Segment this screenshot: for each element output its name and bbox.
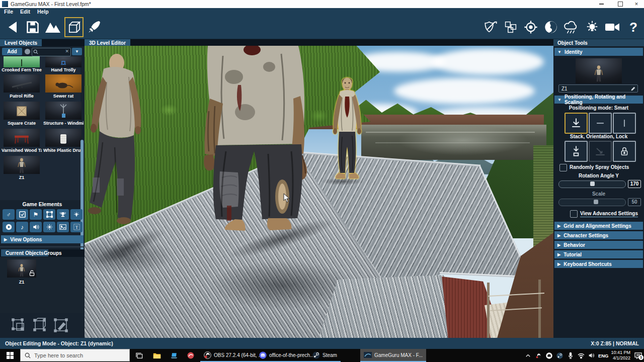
view-options-header[interactable]: ▶View Options	[1, 235, 84, 243]
red-app-button[interactable]	[183, 349, 198, 362]
target-settings-button[interactable]	[521, 17, 540, 37]
stack-button[interactable]	[565, 141, 588, 162]
camera-button[interactable]	[603, 17, 622, 37]
element-particle-button[interactable]	[43, 222, 55, 232]
menu-file[interactable]: File	[4, 9, 13, 15]
clear-search-icon[interactable]: ✕	[65, 49, 69, 54]
tray-volume-icon[interactable]	[588, 351, 596, 359]
element-zone-button[interactable]	[43, 209, 55, 220]
zombie-selected-z1[interactable]	[328, 76, 366, 180]
randomly-spray-checkbox[interactable]	[559, 164, 567, 171]
element-music-button[interactable]: ♪	[16, 222, 28, 232]
filter-dropdown-button[interactable]: ▼	[72, 48, 82, 55]
weather-settings-button[interactable]	[561, 17, 581, 37]
object-thumb-sewer-rat[interactable]	[45, 74, 82, 93]
object-thumb-crooked-fern-tree[interactable]	[4, 56, 40, 67]
element-decal-button[interactable]	[57, 222, 69, 232]
menu-help[interactable]: Help	[37, 9, 49, 15]
position-vertical-button[interactable]	[613, 113, 636, 134]
add-button[interactable]: Add	[2, 48, 22, 55]
object-thumb-patrol-rifle[interactable]	[4, 74, 40, 93]
tray-steam-icon[interactable]	[556, 351, 564, 359]
world-settings-button[interactable]	[541, 17, 560, 37]
tray-discord-icon[interactable]	[545, 351, 553, 359]
tray-network-icon[interactable]	[577, 351, 585, 359]
view-advanced-settings-link[interactable]: View Advanced Settings	[580, 211, 638, 217]
object-thumb-hand-trolly[interactable]	[45, 56, 82, 67]
task-view-button[interactable]	[132, 349, 147, 362]
prefab-button[interactable]	[501, 17, 520, 37]
group-objects-button[interactable]	[10, 317, 27, 334]
object-editor-button[interactable]	[64, 17, 84, 37]
scale-slider-thumb[interactable]	[594, 200, 598, 204]
rocket-test-icon	[87, 20, 101, 34]
tab-level-objects[interactable]: Level Objects	[0, 39, 42, 46]
element-light-button[interactable]	[70, 209, 83, 220]
viewport-3d[interactable]	[85, 46, 553, 338]
advanced-settings-checkbox[interactable]	[570, 210, 578, 218]
rotation-value[interactable]: 170	[628, 180, 641, 188]
taskbar-app-steam[interactable]: Steam	[309, 349, 341, 362]
object-name-field[interactable]: Z1	[558, 84, 638, 93]
object-thumb-varnished-wood-table[interactable]	[4, 129, 40, 147]
object-thumb-white-plastic-drum[interactable]	[45, 129, 82, 147]
element-text-button[interactable]: T	[70, 222, 83, 232]
edit-pencil-icon[interactable]	[630, 86, 635, 92]
save-button[interactable]	[23, 17, 42, 37]
scale-value[interactable]: 50	[628, 198, 641, 206]
position-floor-button[interactable]	[565, 113, 588, 134]
element-checkpoint-button[interactable]: ⚑	[30, 209, 42, 220]
element-character-button[interactable]: ♂	[3, 209, 15, 220]
edit-group-button[interactable]	[52, 317, 69, 334]
tray-microphone-icon[interactable]	[567, 351, 575, 359]
z1-zombie-graphic	[16, 158, 28, 174]
back-button[interactable]	[3, 17, 22, 37]
taskbar-app-discord[interactable]: office-of-the-prech...	[256, 349, 317, 362]
rotation-slider[interactable]	[558, 180, 626, 188]
start-button[interactable]	[0, 349, 20, 362]
element-winzone-button[interactable]	[57, 209, 69, 220]
taskbar-search-box[interactable]: Type here to search	[20, 349, 130, 361]
action-center-button[interactable]: 1	[633, 351, 643, 359]
behavior-section-header[interactable]: ▶Behavior	[554, 241, 643, 249]
identity-section-header[interactable]: ▼Identity	[554, 48, 643, 56]
tab-3d-level-editor[interactable]: 3D Level Editor	[85, 39, 130, 46]
positioning-section-header[interactable]: ▼Positioning, Rotating and Scaling	[554, 96, 643, 104]
grid-alignment-section-header[interactable]: ▶Grid and Alignment Settings	[554, 222, 643, 230]
blue-app-button[interactable]	[166, 349, 182, 362]
element-objective-button[interactable]	[16, 209, 28, 220]
menu-edit[interactable]: Edit	[20, 9, 30, 15]
tray-clock[interactable]: 10:41 PM4/1/2022	[611, 350, 630, 361]
combat-settings-button[interactable]	[481, 17, 500, 37]
object-thumb-structure-windmill[interactable]	[45, 102, 82, 120]
character-settings-section-header[interactable]: ▶Character Settings	[554, 231, 643, 239]
orientation-button[interactable]	[589, 141, 612, 162]
scale-slider[interactable]	[558, 199, 626, 206]
restore-button[interactable]	[613, 0, 628, 8]
tab-groups[interactable]: Groups	[39, 249, 66, 256]
file-explorer-button[interactable]	[149, 349, 165, 362]
tray-language[interactable]: ENG	[598, 353, 609, 358]
taskbar-app-gameguru-active[interactable]: GameGuru MAX - F...	[360, 349, 426, 362]
search-input[interactable]	[39, 48, 65, 56]
help-button[interactable]: ?	[624, 17, 643, 37]
element-sound-button[interactable]	[30, 222, 42, 232]
tray-obs-icon[interactable]	[535, 351, 543, 359]
lock-button[interactable]	[613, 141, 636, 162]
keyboard-shortcuts-section-header[interactable]: ▶Keyboard Shortcuts	[554, 260, 643, 268]
position-horizontal-button[interactable]	[589, 113, 612, 134]
element-trigger-button[interactable]	[3, 222, 15, 232]
transform-group-button[interactable]	[31, 317, 48, 334]
tutorial-section-header[interactable]: ▶Tutorial	[554, 250, 643, 258]
minimize-button[interactable]	[594, 0, 609, 8]
close-button[interactable]: ✕	[629, 0, 644, 8]
object-thumb-z1[interactable]	[4, 156, 40, 174]
terrain-editor-button[interactable]	[43, 17, 62, 37]
test-game-button[interactable]	[85, 17, 104, 37]
lighting-settings-button[interactable]	[583, 17, 602, 37]
object-thumb-square-crate[interactable]	[4, 102, 40, 120]
tray-expand-chevron[interactable]	[524, 351, 532, 359]
rotation-slider-thumb[interactable]	[590, 182, 595, 186]
zombie-left[interactable]	[85, 52, 145, 228]
current-object-z1[interactable]	[7, 259, 36, 278]
